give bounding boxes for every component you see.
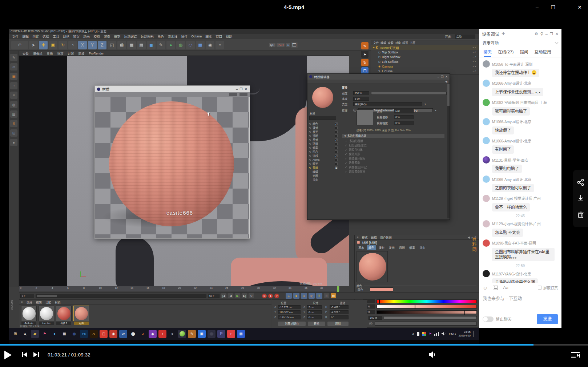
menu-item[interactable]: 插件 [181, 34, 188, 39]
vp-menu-item[interactable]: 选项 [57, 51, 64, 56]
subdiv-option[interactable]: ＋多边形置换 [345, 139, 444, 144]
keyframe-rotation-toggle[interactable]: ● [301, 293, 307, 299]
maximize-icon[interactable]: ❐ [441, 75, 443, 78]
colorpicker-icon[interactable]: 🗔︎ [291, 42, 298, 48]
tray-app-icon[interactable]: ⚑ [429, 332, 432, 336]
keyframe-parameter-toggle[interactable]: Ⓟ [309, 293, 315, 299]
render-settings-icon[interactable]: ▦ [127, 41, 136, 49]
search-icon[interactable]: ⚲ [19, 328, 31, 339]
taskbar-app-icon[interactable]: ◉ [109, 330, 117, 338]
octane-taskbar-icon[interactable] [208, 330, 216, 338]
close-icon[interactable]: ✕ [573, 0, 586, 15]
y-axis-button[interactable]: Y [88, 41, 97, 49]
size-y-field[interactable]: 0 cm [307, 310, 322, 314]
taskbar-app-icon[interactable]: ◆ [149, 330, 157, 338]
avatar[interactable] [483, 176, 490, 183]
attr-menu-item[interactable]: 用户数据 [380, 235, 392, 239]
type-dropdown[interactable]: 强度(中心) [353, 102, 422, 106]
menu-item[interactable]: 脚本 [205, 34, 212, 39]
pos-z-field[interactable]: -140.104 cm [278, 315, 301, 319]
tab-online[interactable]: 在线(27) [498, 49, 514, 57]
block-tips-checkbox[interactable] [538, 286, 542, 290]
menu-item[interactable]: 渲染 [104, 34, 110, 39]
subdiv-section-header[interactable]: ▼ 多边形置换选项 [342, 134, 444, 138]
material-search-box[interactable] [309, 116, 336, 120]
avatar[interactable] [483, 60, 490, 68]
attr-tab-active[interactable]: 颜色 [367, 245, 376, 250]
loop-icon[interactable]: ↻ [249, 293, 254, 298]
mat-menu-item[interactable]: 编辑 [36, 300, 42, 304]
field-icon[interactable]: ⬭ [186, 41, 195, 49]
close-icon[interactable]: ✕ [245, 87, 247, 91]
volume-icon[interactable] [428, 350, 437, 359]
object-row[interactable]: ◻Top Softbox ▪ ✓ [371, 50, 479, 55]
object-row[interactable]: ✎L Curve ▪ ✓ [371, 69, 479, 73]
frame-start-field[interactable]: 0 F [20, 294, 34, 298]
vp-menu-item[interactable]: 过滤 [68, 51, 74, 56]
network-icon[interactable] [434, 332, 439, 336]
material-swatch[interactable]: 材质.1 [56, 306, 72, 321]
x-axis-button[interactable]: X [78, 41, 87, 49]
sampling-dropdown[interactable]: MIP [394, 109, 414, 113]
avatar[interactable] [483, 156, 490, 164]
menu-item[interactable]: 运动跟踪 [124, 34, 137, 39]
psr-badge[interactable]: PSR [277, 43, 285, 47]
attr-material-preview[interactable] [357, 251, 388, 282]
message-list[interactable]: M1056-To-平面设计-深圳 我还停留在摆动作上 M1066-Amy-ui设… [479, 57, 561, 283]
play-forward-icon[interactable]: ▶ [235, 293, 240, 298]
color-app-tray-icon[interactable] [422, 332, 426, 336]
coords-mode-dropdown[interactable]: 对象 (相对) [278, 322, 306, 326]
c4d-taskbar-icon[interactable] [178, 330, 186, 338]
playlist-icon[interactable] [571, 351, 580, 359]
volume-tray-icon[interactable] [442, 332, 446, 336]
mic-link-row[interactable]: 连麦互动 [479, 39, 561, 47]
subdiv-option[interactable]: ✓圆滑置换效果 [345, 170, 444, 174]
menu-item[interactable]: 模拟 [93, 34, 100, 39]
avatar[interactable] [483, 137, 490, 144]
last-tool-icon[interactable]: ◔ [68, 41, 77, 49]
pos-x-field[interactable]: -10.778 cm [278, 305, 301, 309]
gear-icon[interactable]: ⚙ [535, 32, 538, 36]
attr-texture-bar[interactable] [375, 322, 477, 326]
rot-h-field[interactable]: -0.482 ° [330, 305, 349, 309]
menu-item[interactable]: 网格 [63, 34, 69, 39]
z-axis-button[interactable]: Z [98, 41, 106, 49]
channel-row[interactable]: 漫射 [309, 126, 338, 130]
vp-menu-item[interactable]: 查看 [23, 51, 29, 56]
mograph-icon[interactable]: ▦ [196, 41, 205, 49]
taskbar-app-icon[interactable]: ▩ [237, 330, 245, 338]
material-preview-canvas[interactable]: casite666 [95, 97, 249, 238]
menu-item[interactable]: 窗口 [216, 34, 222, 39]
texture-add-icon[interactable]: + [353, 109, 357, 112]
workplane-icon[interactable]: ⊞ [10, 129, 17, 137]
taskbar-app-icon[interactable]: ▢ [100, 330, 108, 338]
keyframe-scale-toggle[interactable]: ■ [293, 293, 299, 299]
menu-item[interactable]: 文件 [12, 34, 19, 39]
convert-button[interactable]: 转换 [308, 322, 325, 326]
close-icon[interactable]: ✕ [555, 32, 559, 36]
deformer-icon[interactable]: ◍ [176, 41, 185, 49]
share-icon[interactable] [577, 179, 584, 186]
attr-menu-item[interactable]: 编辑 [371, 235, 377, 239]
saturation-slider[interactable] [376, 305, 477, 308]
texture-mode-icon[interactable]: S [10, 120, 17, 127]
channel-row[interactable]: 光照 [309, 174, 338, 178]
polygons-icon[interactable]: ▦ [10, 110, 17, 118]
illustrator-icon[interactable]: Ai [90, 330, 98, 338]
blur-offset-value[interactable]: 0 % [394, 115, 414, 119]
mat-menu-item[interactable]: 材质 [55, 300, 61, 304]
timeline-ruler[interactable]: 0 2 4 6 8 10 12 14 16 18 20 22 24 26 28 … [19, 286, 340, 291]
attr-tab[interactable]: 指定 [418, 245, 427, 250]
strength-value[interactable]: 156 % [353, 91, 369, 95]
autokey-icon[interactable]: ▤ [331, 293, 336, 298]
taskbar-app-icon[interactable]: ● [51, 330, 59, 338]
spline-pen-icon[interactable]: ✎ [157, 41, 165, 49]
select-tool-icon[interactable]: ➤ [29, 41, 38, 49]
light-icon[interactable]: ○ [216, 41, 224, 49]
menu-item[interactable]: 编辑 [22, 34, 29, 39]
menu-item[interactable]: 角色 [157, 34, 164, 39]
record-scale-icon[interactable]: ↯ [268, 294, 273, 298]
octane-livedb-icon[interactable]: ↻ [361, 59, 368, 66]
cube-primitive-icon[interactable]: ◼ [147, 41, 156, 49]
channel-row-active[interactable]: 置换■ [309, 166, 338, 170]
